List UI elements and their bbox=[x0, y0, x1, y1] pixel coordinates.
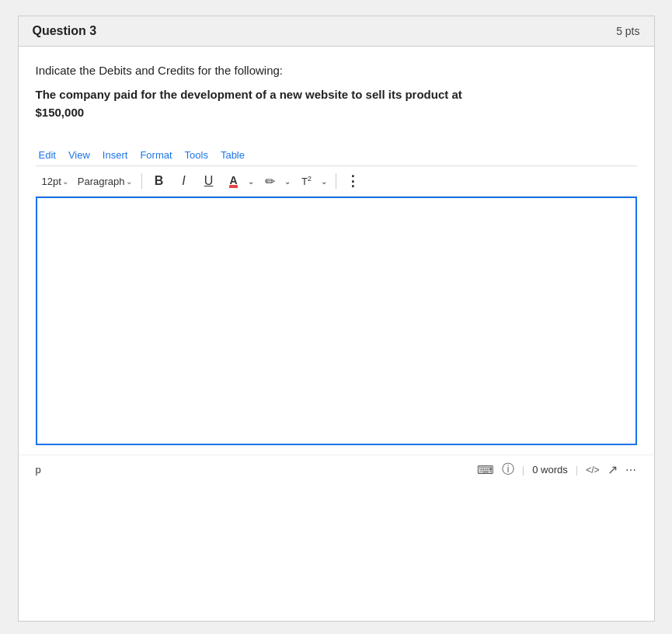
superscript-chevron-icon: ⌄ bbox=[321, 177, 327, 186]
more-options-icon: ⋮ bbox=[346, 172, 360, 190]
highlight-button[interactable]: ✏ bbox=[259, 171, 281, 191]
editor-menu-bar: Edit View Insert Format Tools Table bbox=[36, 145, 637, 165]
font-color-chevron-icon: ⌄ bbox=[248, 177, 254, 186]
question-title: Question 3 bbox=[33, 24, 97, 38]
status-separator-2: | bbox=[576, 464, 578, 476]
editor-status-bar: p ⌨ ⓘ | 0 words | </> ↗ ⋯ bbox=[19, 455, 654, 484]
font-size-chevron-icon: ⌄ bbox=[62, 177, 68, 186]
question-points: 5 pts bbox=[616, 25, 639, 37]
superscript-group: T2 ⌄ bbox=[296, 171, 329, 191]
toolbar-divider-1 bbox=[141, 173, 142, 189]
menu-insert[interactable]: Insert bbox=[103, 149, 128, 161]
menu-edit[interactable]: Edit bbox=[39, 149, 56, 161]
font-color-icon: A bbox=[229, 175, 237, 188]
editor-content-area[interactable] bbox=[36, 197, 637, 445]
menu-table[interactable]: Table bbox=[221, 149, 245, 161]
menu-format[interactable]: Format bbox=[140, 149, 172, 161]
editor-wrapper: Edit View Insert Format Tools Table 12pt… bbox=[36, 145, 637, 445]
scenario-line2: $150,000 bbox=[36, 106, 85, 119]
keyboard-icon[interactable]: ⌨ bbox=[477, 463, 494, 477]
scenario-line1: The company paid for the development of … bbox=[36, 88, 462, 101]
highlight-icon: ✏ bbox=[265, 174, 275, 189]
highlight-color-group: ✏ ⌄ bbox=[259, 171, 293, 191]
menu-view[interactable]: View bbox=[68, 149, 90, 161]
question-scenario: The company paid for the development of … bbox=[36, 86, 637, 121]
menu-tools[interactable]: Tools bbox=[185, 149, 208, 161]
font-color-button[interactable]: A bbox=[223, 171, 245, 191]
italic-button[interactable]: I bbox=[173, 171, 195, 191]
question-body: Indicate the Debits and Credits for the … bbox=[19, 47, 654, 145]
status-right: ⌨ ⓘ | 0 words | </> ↗ ⋯ bbox=[477, 462, 637, 478]
superscript-chevron[interactable]: ⌄ bbox=[319, 171, 329, 191]
status-separator-1: | bbox=[522, 464, 524, 476]
font-size-dropdown[interactable]: 12pt ⌄ bbox=[39, 174, 71, 189]
word-count-label: 0 words bbox=[532, 464, 568, 476]
more-options-button[interactable]: ⋮ bbox=[343, 171, 364, 191]
underline-button[interactable]: U bbox=[198, 171, 220, 191]
code-view-label[interactable]: </> bbox=[586, 465, 599, 476]
question-instruction: Indicate the Debits and Credits for the … bbox=[36, 64, 637, 77]
font-color-chevron[interactable]: ⌄ bbox=[245, 171, 256, 191]
question-header: Question 3 5 pts bbox=[19, 16, 654, 47]
paragraph-tag-label: p bbox=[36, 464, 41, 476]
paragraph-label: Paragraph bbox=[78, 176, 125, 187]
superscript-icon: T2 bbox=[301, 175, 312, 187]
expand-icon[interactable]: ↗ bbox=[608, 462, 618, 477]
highlight-chevron[interactable]: ⌄ bbox=[282, 171, 293, 191]
editor-toolbar: 12pt ⌄ Paragraph ⌄ B I U A bbox=[36, 165, 637, 197]
question-card: Question 3 5 pts Indicate the Debits and… bbox=[18, 16, 655, 622]
superscript-button[interactable]: T2 bbox=[296, 171, 318, 191]
font-color-group: A ⌄ bbox=[223, 171, 256, 191]
info-icon[interactable]: ⓘ bbox=[502, 462, 514, 478]
grid-icon[interactable]: ⋯ bbox=[625, 464, 637, 476]
font-size-label: 12pt bbox=[42, 176, 61, 187]
paragraph-dropdown[interactable]: Paragraph ⌄ bbox=[75, 174, 135, 189]
toolbar-divider-2 bbox=[336, 173, 336, 189]
paragraph-chevron-icon: ⌄ bbox=[126, 177, 132, 186]
highlight-chevron-icon: ⌄ bbox=[284, 177, 291, 186]
bold-button[interactable]: B bbox=[148, 171, 170, 191]
